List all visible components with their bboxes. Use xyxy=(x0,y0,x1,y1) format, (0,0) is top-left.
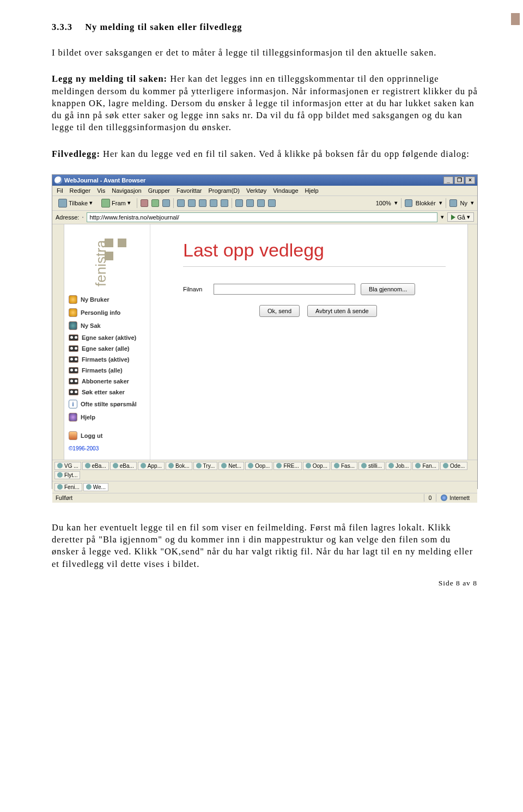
browser-tab[interactable]: eBa... xyxy=(110,462,137,470)
sidebar-label: Logg ut xyxy=(81,432,102,439)
new-label[interactable]: Ny xyxy=(460,200,467,206)
tool-icon-2[interactable] xyxy=(188,199,196,207)
sidebar-item-faq[interactable]: iOfte stilte spørsmål xyxy=(64,398,150,411)
tab-icon xyxy=(141,463,146,468)
browser-tab[interactable]: Fan... xyxy=(412,462,439,470)
section-number: 3.3.3 xyxy=(52,22,82,33)
menu-favorittar[interactable]: Favorittar xyxy=(177,187,202,194)
binoculars-icon xyxy=(69,378,78,384)
sidebar-label: Ny Sak xyxy=(81,322,101,329)
tab-icon xyxy=(361,463,367,468)
browser-tab[interactable]: FRE... xyxy=(273,462,301,470)
back-button[interactable]: Tilbake ▾ xyxy=(56,198,95,209)
tab-icon xyxy=(57,484,63,490)
paragraph-legg-ny: Legg ny melding til saken: Her kan det l… xyxy=(52,73,479,133)
sidebar-label: Abbonerte saker xyxy=(82,378,129,384)
tab-icon xyxy=(334,463,339,468)
sidebar-item-personlig[interactable]: Personlig info xyxy=(64,306,150,319)
sidebar-label: Hjelp xyxy=(81,414,95,420)
menu-verktoy[interactable]: Verktøy xyxy=(246,187,266,194)
tab-icon xyxy=(443,463,448,468)
menu-vindauge[interactable]: Vindauge xyxy=(273,187,298,194)
menu-grupper[interactable]: Grupper xyxy=(148,187,170,194)
paragraph-intro: I bildet over saksgangen er det to måter… xyxy=(52,47,479,59)
menu-fil[interactable]: Fil xyxy=(57,187,63,194)
reload-icon[interactable] xyxy=(151,199,159,207)
browser-tab[interactable]: Net... xyxy=(218,462,244,470)
tool-icon-9[interactable] xyxy=(268,199,276,207)
tool-icon-4[interactable] xyxy=(210,199,217,207)
tab-icon xyxy=(196,463,202,468)
browser-tab[interactable]: VG ... xyxy=(54,462,81,470)
tool-icon-6[interactable] xyxy=(235,199,243,207)
status-zone: Internett xyxy=(436,494,474,502)
tab-icon xyxy=(85,463,90,468)
browser-tab[interactable]: Flyt... xyxy=(54,471,80,479)
home-icon[interactable] xyxy=(162,199,170,207)
filename-input[interactable] xyxy=(214,284,355,295)
menu-hjelp[interactable]: Hjelp xyxy=(305,187,319,194)
go-button[interactable]: Gå ▾ xyxy=(447,212,474,222)
cancel-button[interactable]: Avbryt uten å sende xyxy=(307,305,377,317)
browse-button[interactable]: Bla gjennom... xyxy=(361,283,415,295)
sidebar-label: Personlig info xyxy=(81,309,120,316)
tool-icon-1[interactable] xyxy=(177,199,185,207)
sidebar: fenistra Ny Bruker Personlig info Ny Sak… xyxy=(64,224,150,460)
menubar: Fil Rediger Vis Navigasjon Grupper Favor… xyxy=(52,186,477,196)
menu-rediger[interactable]: Rediger xyxy=(70,187,91,194)
forward-icon xyxy=(101,199,110,207)
restore-button[interactable]: ❐ xyxy=(454,176,464,184)
sidebar-item-firma-aktive[interactable]: Firmaets (aktive) xyxy=(64,354,150,365)
ok-send-button[interactable]: Ok, send xyxy=(259,305,300,317)
tab-icon xyxy=(415,463,421,468)
browser-tab[interactable]: Oop... xyxy=(303,462,330,470)
minimize-button[interactable]: _ xyxy=(443,176,453,184)
browser-tab[interactable]: Try... xyxy=(193,462,218,470)
forward-button[interactable]: Fram ▾ xyxy=(99,198,133,209)
sidebar-label: Søk etter saker xyxy=(82,389,125,395)
tool-icon-5[interactable] xyxy=(221,199,228,207)
globe-icon xyxy=(54,176,62,184)
browser-tab[interactable]: Feni... xyxy=(54,483,82,491)
sidebar-item-firma-alle[interactable]: Firmaets (alle) xyxy=(64,365,150,376)
page-footer: Side 8 av 8 xyxy=(439,579,477,588)
sidebar-item-egne-alle[interactable]: Egne saker (alle) xyxy=(64,343,150,354)
menu-vis[interactable]: Vis xyxy=(97,187,105,194)
close-button[interactable]: × xyxy=(465,176,475,184)
stop-icon[interactable] xyxy=(141,199,148,207)
sidebar-item-abbonerte[interactable]: Abbonerte saker xyxy=(64,376,150,387)
browser-tab[interactable]: Ode... xyxy=(440,462,467,470)
block-icon xyxy=(405,199,412,207)
sidebar-item-hjelp[interactable]: Hjelp xyxy=(64,411,150,424)
sidebar-item-egne-aktive[interactable]: Egne saker (aktive) xyxy=(64,332,150,343)
browser-tab[interactable]: stilli... xyxy=(358,462,385,470)
tool-icon-3[interactable] xyxy=(199,199,206,207)
section-title: Ny melding til saken eller filvedlegg xyxy=(85,22,242,32)
sidebar-item-ny-sak[interactable]: Ny Sak xyxy=(64,319,150,332)
browser-tab[interactable]: App... xyxy=(138,462,165,470)
tab-icon xyxy=(168,463,174,468)
toolbar: Tilbake ▾ Fram ▾ 100% ▾ Blokkér▾ Ny▾ xyxy=(52,196,477,211)
menu-program[interactable]: Program(D) xyxy=(208,187,239,194)
main-content: Last opp vedlegg Filnavn Bla gjennom... … xyxy=(150,224,467,460)
browser-tab[interactable]: Oop... xyxy=(245,462,272,470)
browser-tab-active[interactable]: We... xyxy=(83,483,108,491)
browser-tab[interactable]: Bok... xyxy=(166,462,192,470)
right-scrollbar[interactable] xyxy=(467,224,477,460)
browser-tab[interactable]: eBa... xyxy=(82,462,109,470)
sidebar-item-ny-bruker[interactable]: Ny Bruker xyxy=(64,293,150,306)
zoom-level[interactable]: 100% xyxy=(376,200,391,206)
tool-icon-7[interactable] xyxy=(246,199,254,207)
sidebar-item-sok[interactable]: Søk etter saker xyxy=(64,387,150,398)
button-row: Ok, send Avbryt uten å sende xyxy=(259,305,446,317)
status-text: Fullført xyxy=(56,495,72,501)
browser-tab[interactable]: Job... xyxy=(386,462,411,470)
tool-icon-8[interactable] xyxy=(257,199,265,207)
browser-tab[interactable]: Fas... xyxy=(331,462,357,470)
menu-navigasjon[interactable]: Navigasjon xyxy=(112,187,141,194)
copyright: ©1996-2003 xyxy=(64,442,150,455)
address-input[interactable] xyxy=(87,212,437,222)
sidebar-item-logout[interactable]: Logg ut xyxy=(64,429,150,442)
tab-strip: VG ... eBa... eBa... App... Bok... Try..… xyxy=(52,460,477,481)
block-label[interactable]: Blokkér xyxy=(416,200,436,206)
